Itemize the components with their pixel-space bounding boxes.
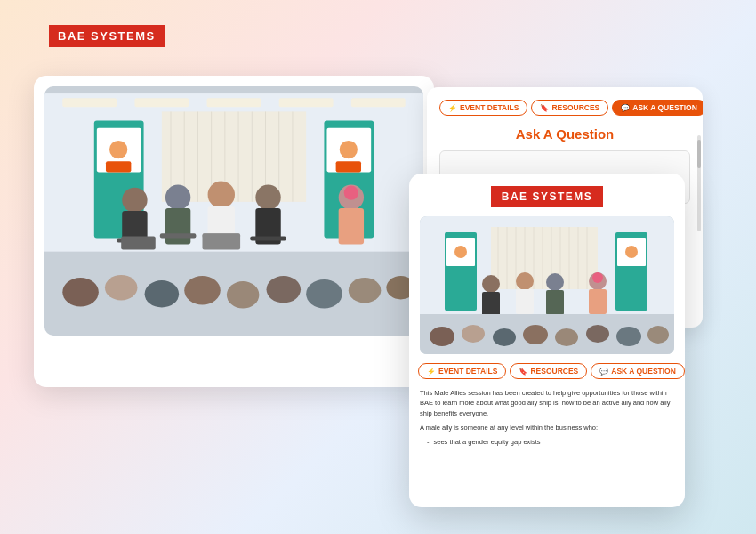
- scrollbar: [697, 135, 701, 231]
- description-para-2: A male ally is someone at any level with…: [420, 423, 674, 433]
- scroll-thumb: [697, 140, 701, 168]
- svg-point-86: [523, 325, 548, 344]
- svg-point-46: [227, 281, 260, 308]
- bae-logo-front: BAE SYSTEMS: [491, 186, 604, 207]
- card-front-logo-area: BAE SYSTEMS: [409, 174, 685, 216]
- svg-point-85: [493, 328, 516, 346]
- front-tab-event-details[interactable]: ⚡ EVENT DETAILS: [418, 363, 506, 379]
- svg-point-29: [165, 185, 190, 210]
- event-description: This Male Allies session has been create…: [409, 384, 685, 454]
- svg-point-45: [184, 276, 221, 304]
- bookmark-icon: 🔖: [540, 104, 549, 112]
- chat-icon: 💬: [621, 104, 630, 112]
- main-container: BAE SYSTEMS: [0, 0, 756, 534]
- svg-rect-80: [589, 289, 607, 314]
- svg-point-87: [555, 328, 578, 346]
- svg-point-49: [349, 278, 382, 303]
- svg-point-81: [592, 272, 603, 283]
- event-detail-card: BAE SYSTEMS: [409, 174, 685, 507]
- svg-point-77: [546, 273, 564, 291]
- svg-rect-4: [207, 98, 261, 107]
- svg-point-43: [105, 275, 138, 300]
- svg-point-72: [625, 246, 638, 258]
- video-card: [34, 76, 434, 387]
- svg-rect-21: [106, 161, 131, 172]
- svg-point-69: [454, 246, 467, 258]
- tab-resources[interactable]: 🔖 RESOURCES: [531, 100, 608, 116]
- svg-rect-39: [339, 208, 364, 245]
- svg-rect-51: [203, 233, 241, 249]
- chat-icon-front: 💬: [599, 368, 608, 376]
- svg-point-48: [306, 279, 342, 308]
- svg-point-26: [122, 188, 147, 213]
- svg-point-75: [516, 272, 534, 290]
- bullet-item-1: - sees that a gender equity gap exists: [420, 437, 674, 447]
- card-front-thumbnail: [420, 216, 674, 354]
- lightning-icon: ⚡: [448, 104, 457, 112]
- svg-point-35: [255, 185, 280, 210]
- svg-rect-31: [160, 233, 197, 238]
- svg-rect-6: [351, 98, 406, 107]
- tab-ask-question[interactable]: 💬 ASK A QUESTION: [612, 100, 703, 116]
- svg-rect-30: [165, 208, 190, 245]
- card-mid-title: Ask A Question: [427, 123, 703, 150]
- lightning-icon-front: ⚡: [427, 368, 436, 376]
- svg-point-47: [267, 276, 302, 303]
- svg-point-73: [482, 275, 500, 293]
- bookmark-icon-front: 🔖: [519, 368, 527, 376]
- svg-point-83: [430, 327, 454, 346]
- bae-logo-top: BAE SYSTEMS: [49, 25, 165, 47]
- bullet-dash: -: [427, 437, 430, 447]
- svg-rect-5: [279, 98, 334, 107]
- description-para-1: This Male Allies session has been create…: [420, 388, 674, 418]
- svg-point-32: [208, 182, 235, 208]
- svg-point-90: [647, 326, 669, 344]
- svg-rect-2: [62, 98, 117, 107]
- front-tab-ask-question[interactable]: 💬 ASK A QUESTION: [591, 363, 685, 379]
- front-tab-resources[interactable]: 🔖 RESOURCES: [510, 363, 587, 379]
- svg-point-24: [340, 141, 358, 158]
- svg-rect-3: [134, 98, 189, 107]
- svg-point-20: [109, 141, 127, 158]
- svg-rect-52: [121, 236, 156, 249]
- svg-point-88: [586, 325, 609, 343]
- svg-rect-74: [482, 292, 500, 317]
- svg-point-40: [344, 186, 358, 200]
- svg-rect-37: [250, 236, 286, 240]
- svg-rect-25: [336, 161, 361, 172]
- tabs-row: ⚡ EVENT DETAILS 🔖 RESOURCES 💬 ASK A QUES…: [427, 87, 703, 123]
- svg-rect-76: [516, 289, 534, 314]
- video-thumbnail: [44, 86, 423, 336]
- svg-point-89: [616, 327, 641, 346]
- svg-point-84: [462, 325, 485, 343]
- svg-point-44: [145, 280, 180, 307]
- tab-event-details[interactable]: ⚡ EVENT DETAILS: [439, 100, 527, 116]
- svg-rect-78: [546, 290, 564, 315]
- top-logo: BAE SYSTEMS: [49, 25, 165, 47]
- svg-point-42: [62, 278, 99, 306]
- front-tabs-row: ⚡ EVENT DETAILS 🔖 RESOURCES 💬 ASK A QUES…: [409, 354, 685, 384]
